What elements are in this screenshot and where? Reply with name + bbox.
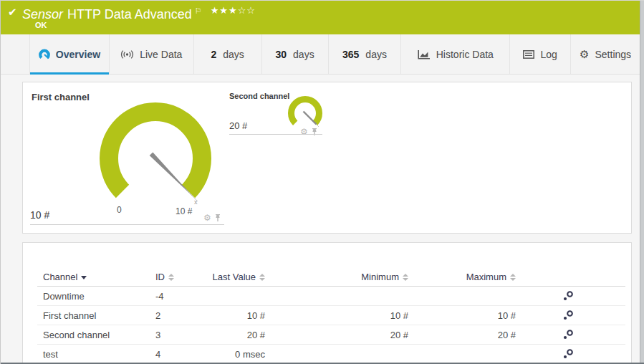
tab-historic-data[interactable]: Historic Data — [401, 34, 510, 74]
stars-filled: ★★★ — [211, 5, 238, 16]
column-header-maximum[interactable]: Maximum — [408, 272, 516, 282]
prtg-sensor-window: ✔ SensorHTTP Data Advanced⚐★★★☆☆ OK Over… — [0, 0, 644, 364]
channel-table: Channel ID Last Value Minimum Maximum — [37, 268, 625, 364]
cell-id: -4 — [155, 291, 200, 302]
channel-table-panel: Channel ID Last Value Minimum Maximum — [22, 242, 632, 363]
cell-id: 3 — [155, 330, 200, 340]
tab-label: Log — [540, 49, 557, 60]
column-label: Maximum — [466, 272, 506, 282]
widget-pin-icon[interactable] — [214, 214, 221, 222]
priority-stars[interactable]: ★★★☆☆ — [211, 5, 256, 16]
cell-channel[interactable]: Second channel — [43, 330, 155, 340]
gauge-divider — [229, 134, 322, 135]
cell-id: 4 — [155, 349, 200, 360]
column-header-channel[interactable]: Channel — [43, 272, 155, 282]
widget-gear-icon[interactable]: ⚙ — [300, 128, 308, 136]
gauge-icon — [39, 49, 50, 60]
tab-label: days — [223, 49, 244, 60]
gauge-widget-actions: ⚙ — [300, 128, 318, 136]
cell-channel[interactable]: Downtime — [43, 291, 155, 302]
flag-icon[interactable]: ⚐ — [195, 6, 202, 15]
table-row-first-channel: First channel 2 10 # 10 # 10 # — [37, 306, 625, 325]
historic-chart-icon — [418, 49, 431, 59]
tab-live-data[interactable]: Live Data — [110, 34, 194, 74]
tab-label: days — [365, 49, 387, 60]
gauge-widget-actions: ⚙ — [203, 214, 221, 222]
cell-minimum: 20 # — [265, 330, 408, 340]
column-label: ID — [155, 272, 165, 282]
widget-gear-icon[interactable]: ⚙ — [203, 214, 211, 222]
status-badge: OK — [35, 21, 47, 29]
column-label: Last Value — [213, 272, 256, 282]
table-row-downtime: Downtime -4 — [37, 287, 625, 306]
channel-settings-icon[interactable] — [562, 329, 574, 340]
column-label: Minimum — [361, 272, 399, 282]
gauge-value-second-channel: 20 # — [229, 120, 247, 131]
live-data-icon — [120, 49, 134, 59]
tab-label: Live Data — [140, 49, 182, 60]
channel-settings-icon[interactable] — [562, 310, 574, 321]
first-channel-gauge — [84, 97, 227, 219]
cell-last-value: 0 msec — [200, 349, 265, 360]
sort-icon — [510, 274, 516, 281]
gauge-value-first-channel: 10 # — [30, 209, 49, 221]
tab-30-days[interactable]: 30 days — [262, 34, 329, 74]
tab-log[interactable]: Log — [510, 34, 571, 74]
sensor-header: ✔ SensorHTTP Data Advanced⚐★★★☆☆ OK — [1, 1, 640, 34]
cell-minimum: 10 # — [265, 310, 408, 321]
sort-desc-icon — [81, 276, 87, 279]
tab-365-days[interactable]: 365 days — [329, 34, 402, 74]
column-header-last-value[interactable]: Last Value — [200, 272, 265, 282]
cell-channel[interactable]: First channel — [43, 310, 155, 321]
gauges-panel: First channel 0 10 # x 10 # ⚙ Second cha… — [22, 82, 632, 234]
cell-last-value: 10 # — [200, 310, 265, 321]
column-label: Channel — [43, 272, 77, 282]
column-header-minimum[interactable]: Minimum — [265, 272, 408, 282]
sort-icon — [168, 274, 174, 281]
tab-label: Settings — [595, 49, 632, 60]
sensor-type-label: Sensor — [22, 7, 63, 21]
needle-tip-marker: x — [194, 198, 198, 206]
gauge-scale-max: 10 # — [176, 206, 192, 216]
ok-check-icon: ✔ — [8, 6, 17, 19]
table-header-row: Channel ID Last Value Minimum Maximum — [37, 268, 625, 287]
window-right-edge[interactable] — [640, 1, 644, 364]
tab-number: 30 — [275, 49, 287, 60]
gauge-scale-min: 0 — [117, 205, 122, 215]
page-title: HTTP Data Advanced — [67, 7, 192, 21]
gauge-title-first-channel: First channel — [32, 92, 90, 102]
cell-last-value: 20 # — [200, 330, 265, 340]
cell-id: 2 — [155, 310, 200, 321]
cell-channel[interactable]: test — [43, 349, 155, 360]
table-row-test: test 4 0 msec — [37, 345, 625, 364]
cell-maximum: 10 # — [408, 310, 516, 321]
tab-overview[interactable]: Overview — [29, 34, 110, 74]
log-icon — [523, 50, 534, 59]
tab-label: days — [293, 49, 314, 60]
widget-pin-icon[interactable] — [311, 128, 318, 136]
column-header-id[interactable]: ID — [155, 272, 200, 282]
tab-2-days[interactable]: 2 days — [194, 34, 262, 74]
gauge-divider — [30, 224, 224, 225]
tab-settings[interactable]: ⚙ Settings — [571, 34, 640, 74]
channel-settings-icon[interactable] — [562, 290, 574, 302]
tab-label: Historic Data — [436, 49, 494, 60]
tab-number: 365 — [342, 49, 359, 60]
table-row-second-channel: Second channel 3 20 # 20 # 20 # — [37, 325, 625, 345]
tab-label: Overview — [56, 49, 100, 60]
channel-settings-icon[interactable] — [562, 348, 574, 360]
stars-empty: ☆☆ — [238, 5, 256, 16]
gauge-title-second-channel: Second channel — [229, 92, 289, 100]
settings-gear-icon: ⚙ — [580, 49, 589, 59]
sensor-title-line: SensorHTTP Data Advanced⚐★★★☆☆ — [22, 5, 256, 22]
sort-icon — [403, 274, 408, 281]
sort-icon — [259, 274, 265, 281]
cell-maximum: 20 # — [408, 330, 516, 340]
tab-bar: Overview Live Data 2 days 30 days 365 da… — [1, 34, 640, 75]
tab-number: 2 — [211, 49, 216, 60]
